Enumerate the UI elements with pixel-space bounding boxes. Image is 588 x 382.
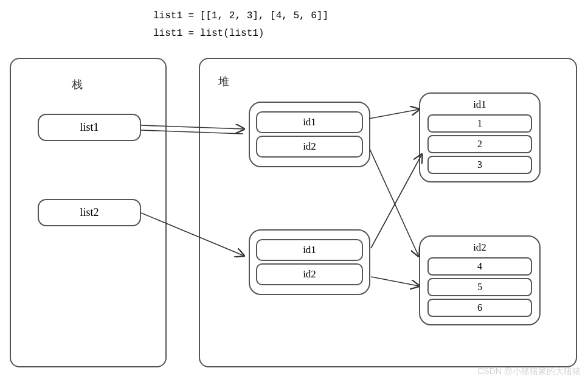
heap-value-id2-cell-3: 6 [427, 299, 532, 317]
heap-value-id1-cell-3: 3 [427, 156, 532, 174]
heap-inner-bottom-id2: id2 [256, 263, 363, 285]
heap-value-id2-title: id2 [427, 241, 532, 254]
stack-var-list2: list2 [38, 199, 141, 226]
code-block: list1 = [[1, 2, 3], [4, 5, 6]] list1 = l… [153, 7, 328, 43]
heap-value-id1-cell-1: 1 [427, 114, 532, 133]
heap-value-id1-cell-2: 2 [427, 135, 532, 153]
heap-inner-bottom: id1 id2 [249, 229, 370, 295]
stack-var-list1: list1 [38, 114, 141, 141]
code-line-1: list1 = [[1, 2, 3], [4, 5, 6]] [153, 7, 328, 25]
watermark: CSDN @小猪猪家的大猪猪 [477, 366, 581, 377]
heap-value-id1: id1 1 2 3 [419, 92, 541, 182]
heap-value-id1-title: id1 [427, 99, 532, 111]
heap-label: 堆 [218, 74, 229, 89]
heap-inner-bottom-id1: id1 [256, 239, 363, 261]
heap-inner-top: id1 id2 [249, 102, 370, 167]
code-line-2: list1 = list(list1) [153, 25, 328, 43]
heap-inner-top-id2: id2 [256, 136, 363, 158]
heap-value-id2-cell-2: 5 [427, 278, 532, 296]
heap-container: 堆 id1 id2 id1 id2 id1 1 2 3 id2 4 5 6 [199, 58, 577, 367]
stack-container: 栈 list1 list2 [10, 58, 167, 367]
heap-inner-top-id1: id1 [256, 111, 363, 133]
stack-label: 栈 [72, 77, 83, 92]
heap-value-id2: id2 4 5 6 [419, 235, 541, 325]
heap-value-id2-cell-1: 4 [427, 257, 532, 276]
